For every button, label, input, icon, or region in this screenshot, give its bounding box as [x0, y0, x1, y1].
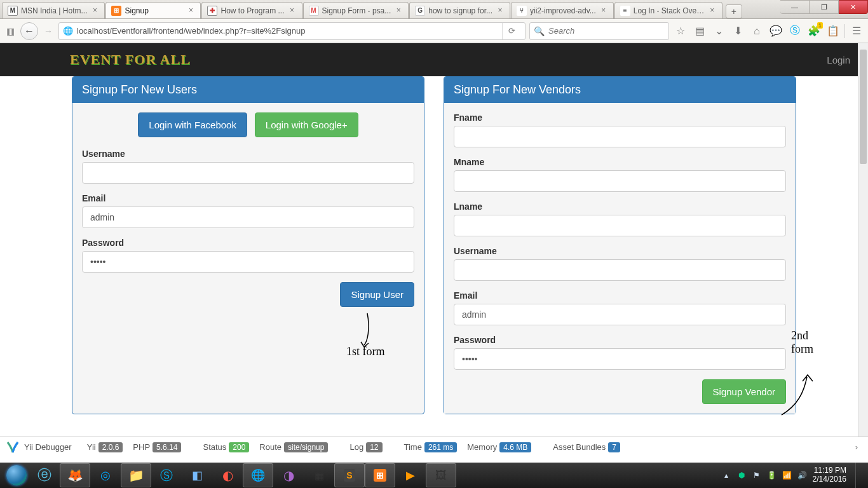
browser-tab[interactable]: ⑂yii2-improved-adv...×: [511, 2, 614, 18]
tray-wifi-icon[interactable]: 📶: [782, 470, 792, 480]
tray-network-icon[interactable]: ⬢: [736, 470, 747, 480]
show-desktop-button[interactable]: [855, 463, 862, 488]
window-controls: — ❐ ✕: [780, 0, 868, 14]
search-input[interactable]: [548, 26, 665, 36]
debug-title: Yii Debugger: [24, 442, 72, 452]
taskbar-ie-icon[interactable]: ⓔ: [29, 463, 60, 487]
tray-volume-icon[interactable]: 🔊: [797, 470, 808, 480]
favicon-icon: ⊞: [111, 6, 121, 16]
browser-tab[interactable]: ✚How to Program ...×: [201, 2, 302, 18]
form-group: Username: [82, 149, 414, 184]
scrollbar-thumb[interactable]: [860, 50, 867, 164]
menu-icon[interactable]: ☰: [849, 24, 864, 39]
favicon-icon: M: [8, 6, 18, 16]
tab-close-icon[interactable]: ×: [394, 6, 403, 15]
taskbar-media-icon[interactable]: ▶: [395, 463, 426, 487]
debug-route[interactable]: Routesite/signup: [259, 442, 328, 452]
windows-logo-icon: [6, 465, 27, 485]
forward-button[interactable]: →: [42, 25, 55, 37]
password-input[interactable]: [82, 251, 414, 273]
tab-close-icon[interactable]: ×: [599, 6, 608, 15]
debug-php-version[interactable]: PHP5.6.14: [133, 442, 181, 452]
debug-assets[interactable]: Asset Bundles7: [553, 442, 620, 452]
panel-actions: Signup User: [82, 282, 414, 307]
browser-tab[interactable]: ≡Log In - Stack Over...×: [614, 2, 722, 18]
reading-list-icon[interactable]: ▤: [692, 24, 707, 39]
taskbar-git-icon[interactable]: ◐: [212, 463, 243, 487]
panel-heading: Signup For New Users: [72, 77, 424, 103]
debug-collapse-button[interactable]: ›: [850, 442, 863, 452]
taskbar-firefox-icon[interactable]: 🦊: [60, 463, 90, 487]
debug-memory[interactable]: Memory4.6 MB: [467, 442, 531, 452]
debug-status[interactable]: Status200: [203, 442, 249, 452]
clipboard-icon[interactable]: 📋: [825, 24, 841, 39]
taskbar-netbeans-icon[interactable]: ◧: [182, 463, 212, 487]
browser-tab-active[interactable]: ⊞Signup×: [105, 2, 201, 18]
sidebar-toggle-icon[interactable]: ▥: [4, 25, 17, 37]
login-facebook-button[interactable]: Login with Facebook: [138, 112, 247, 137]
tray-clock[interactable]: 11:19 PM 2/14/2016: [813, 466, 846, 484]
taskbar-photos-icon[interactable]: 🖼: [426, 463, 456, 487]
debug-time[interactable]: Time261 ms: [404, 442, 458, 452]
search-bar[interactable]: 🔍: [529, 22, 669, 40]
tab-close-icon[interactable]: ×: [708, 6, 717, 15]
signup-vendor-button[interactable]: Signup Vendor: [702, 379, 786, 404]
browser-tab[interactable]: Ghow to signup for...×: [409, 2, 510, 18]
tray-flag-icon[interactable]: ⚑: [752, 470, 762, 480]
fname-input[interactable]: [454, 126, 786, 147]
tab-close-icon[interactable]: ×: [186, 6, 195, 15]
signup-user-button[interactable]: Signup User: [340, 282, 414, 307]
back-button[interactable]: ←: [20, 22, 38, 40]
bookmark-star-icon[interactable]: ☆: [673, 24, 688, 39]
vendor-email-input[interactable]: [454, 304, 786, 325]
mname-input[interactable]: [454, 170, 786, 192]
browser-tab[interactable]: MMSN India | Hotm...×: [2, 2, 105, 18]
taskbar-sublime-icon[interactable]: S: [334, 463, 365, 487]
new-tab-button[interactable]: +: [726, 4, 742, 18]
window-close-button[interactable]: ✕: [839, 0, 868, 14]
vendor-password-input[interactable]: [454, 348, 786, 370]
taskbar-teamviewer-icon[interactable]: ◎: [90, 463, 121, 487]
form-group: Lname: [454, 201, 786, 236]
taskbar-eclipse-icon[interactable]: ◑: [273, 463, 304, 487]
lname-input[interactable]: [454, 215, 786, 236]
brand-logo[interactable]: EVENT FOR ALL: [70, 51, 191, 68]
tab-close-icon[interactable]: ×: [496, 6, 505, 15]
browser-tab[interactable]: MSignup Form - psa...×: [303, 2, 409, 18]
home-icon[interactable]: ⌂: [749, 24, 764, 39]
tab-label: Log In - Stack Over...: [634, 6, 705, 15]
tray-up-icon[interactable]: ▴: [721, 470, 731, 480]
favicon-icon: M: [309, 6, 319, 16]
login-google-button[interactable]: Login with Google+: [255, 112, 358, 137]
form-group: Password: [454, 335, 786, 370]
debug-log[interactable]: Log12: [349, 442, 382, 452]
nav-login-link[interactable]: Login: [819, 50, 858, 71]
url-bar[interactable]: 🌐 ⟳: [58, 22, 526, 40]
reload-button[interactable]: ⟳: [502, 23, 521, 39]
window-minimize-button[interactable]: —: [780, 0, 810, 14]
social-login-row: Login with Facebook Login with Google+: [82, 112, 414, 137]
yii-debug-bar[interactable]: Yii Debugger Yii2.0.6 PHP5.6.14 Status20…: [0, 437, 868, 457]
debug-yii-version[interactable]: Yii2.0.6: [87, 442, 123, 452]
browser-toolbar: ▥ ← → 🌐 ⟳ 🔍 ☆ ▤ ⌄ ⬇ ⌂ 💬 Ⓢ 🧩1 📋 ☰: [0, 19, 868, 43]
username-input[interactable]: [82, 162, 414, 184]
taskbar-skype-icon[interactable]: Ⓢ: [151, 463, 182, 487]
email-input[interactable]: [82, 207, 414, 228]
taskbar-explorer-icon[interactable]: 📁: [121, 463, 151, 487]
chat-icon[interactable]: 💬: [768, 24, 783, 39]
vendor-username-input[interactable]: [454, 259, 786, 281]
skype-icon[interactable]: Ⓢ: [787, 24, 803, 39]
taskbar-xampp-icon[interactable]: ⊞: [365, 463, 395, 487]
pocket-icon[interactable]: ⌄: [711, 24, 726, 39]
tray-battery-icon[interactable]: 🔋: [767, 470, 777, 480]
url-input[interactable]: [77, 26, 496, 36]
downloads-icon[interactable]: ⬇: [730, 24, 745, 39]
tab-close-icon[interactable]: ×: [288, 6, 297, 15]
window-maximize-button[interactable]: ❐: [810, 0, 839, 14]
vertical-scrollbar[interactable]: [858, 43, 868, 437]
taskbar-apps-icon[interactable]: ▦: [304, 463, 334, 487]
puzzle-icon[interactable]: 🧩1: [806, 24, 822, 39]
tab-close-icon[interactable]: ×: [90, 6, 99, 15]
taskbar-chrome-icon[interactable]: 🌐: [243, 463, 273, 487]
start-button[interactable]: [4, 463, 29, 488]
